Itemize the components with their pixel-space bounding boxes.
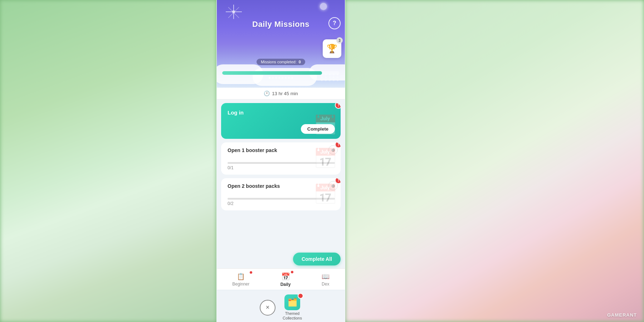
timer-label: 13 hr 45 min [272, 91, 298, 96]
close-button[interactable]: × [260, 300, 275, 316]
help-button[interactable]: ? [328, 17, 341, 29]
complete-all-container: Complete All [217, 250, 345, 268]
themed-collections-notif [298, 293, 303, 299]
mission-card-open1[interactable]: ! ⊕ Open 1 booster pack 0/1 📅 [221, 142, 341, 175]
daily-dot [291, 271, 293, 273]
moon-decoration [320, 3, 327, 10]
missions-list: ! Log in Complete 📅 ! ⊕ Open 1 booster p… [217, 99, 345, 250]
card-watermark-open1: 📅 [313, 147, 338, 170]
mission-card-open2[interactable]: ! ⊕ Open 2 booster packs 0/2 📅 [221, 178, 341, 210]
bottom-nav: 📋 Beginner 📅 Daily 📖 Dex [217, 268, 345, 290]
background-left [0, 0, 216, 322]
mission-card-login[interactable]: ! Log in Complete 📅 [221, 103, 341, 139]
timer-section: 🕐 13 hr 45 min [217, 88, 345, 99]
complete-all-button[interactable]: Complete All [293, 253, 341, 265]
tab-daily-label: Daily [280, 282, 291, 287]
progress-section: Missions completed: 0 [222, 63, 340, 79]
progress-dots [222, 77, 340, 79]
notification-badge-login: ! [335, 103, 341, 109]
reward-badge[interactable]: 3 🏆 [323, 39, 341, 58]
themed-collections-button[interactable]: 🗂️ Themed Collections [283, 294, 302, 321]
app-container: Daily Missions ? 3 🏆 Missions completed:… [216, 0, 345, 322]
missions-completed-badge: Missions completed: 0 [257, 59, 305, 65]
bottom-action-bar: × 🗂️ Themed Collections [217, 290, 345, 322]
tab-dex[interactable]: 📖 Dex [316, 272, 335, 287]
background-right [345, 0, 644, 322]
beginner-dot [250, 271, 252, 274]
tab-beginner[interactable]: 📋 Beginner [226, 272, 255, 287]
trophy-icon: 🏆 [327, 44, 337, 54]
tab-beginner-label: Beginner [232, 282, 249, 287]
beginner-icon: 📋 [237, 273, 245, 280]
mission-title-login: Log in [228, 109, 335, 116]
header-section: Daily Missions ? 3 🏆 Missions completed:… [217, 0, 345, 88]
tab-dex-label: Dex [322, 282, 329, 287]
svg-point-4 [232, 10, 235, 13]
complete-button-login[interactable]: Complete [301, 124, 335, 134]
clock-icon: 🕐 [264, 91, 270, 96]
themed-collections-label: Themed Collections [283, 311, 302, 321]
dex-icon: 📖 [322, 273, 330, 280]
tab-daily[interactable]: 📅 Daily [275, 272, 297, 288]
reward-count: 3 [336, 37, 343, 44]
daily-icon: 📅 [281, 272, 290, 281]
progress-fill [222, 71, 322, 75]
gamerant-watermark: GAMERANT [607, 312, 637, 318]
page-title: Daily Missions [217, 20, 345, 29]
progress-bar [222, 71, 340, 75]
nav-tabs-container: 📋 Beginner 📅 Daily 📖 Dex [217, 272, 345, 288]
card-watermark-open2: 📅 [313, 183, 338, 206]
